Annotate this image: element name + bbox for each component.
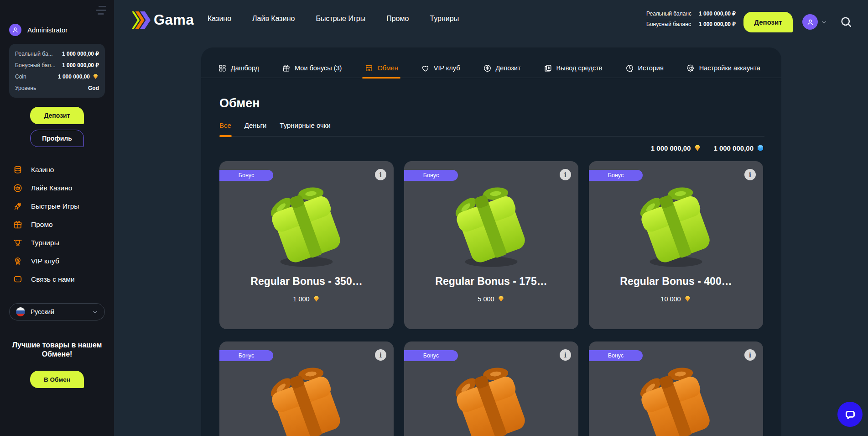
bonus-balance-value: 1 000 000,00 ₽ xyxy=(699,21,736,27)
gama-chevrons-icon xyxy=(131,11,152,30)
bonus-price: 5 000 xyxy=(404,295,578,303)
bonus-card[interactable]: Бонус i xyxy=(404,341,578,436)
bonus-price: 10 000 xyxy=(589,295,763,303)
user-row[interactable]: Administrator xyxy=(9,24,68,36)
tab-withdraw[interactable]: Вывод средств xyxy=(544,58,603,78)
person-icon xyxy=(806,18,815,26)
info-icon[interactable]: i xyxy=(560,349,571,361)
user-avatar xyxy=(9,24,21,36)
dashboard-icon xyxy=(218,64,227,73)
exchange-card-grid: Бонус i Regular Bonus - 350… xyxy=(219,161,781,436)
info-icon[interactable]: i xyxy=(375,169,386,180)
sidebar-item-label: Лайв Казино xyxy=(31,184,72,192)
coins-stack-icon xyxy=(13,165,23,175)
real-balance-row: Реальный ба... 1 000 000,00 ₽ xyxy=(15,48,99,59)
orange-gem-icon xyxy=(92,73,99,80)
info-icon[interactable]: i xyxy=(744,349,756,361)
header-deposit-button[interactable]: Депозит xyxy=(743,12,793,32)
language-selector[interactable]: Русский xyxy=(9,303,105,320)
real-balance-value: 1 000 000,00 ₽ xyxy=(62,51,99,57)
bonus-card[interactable]: Бонус i Regular Bonus - 350… xyxy=(219,161,394,329)
sidebar-item-label: Промо xyxy=(31,221,53,229)
sidebar-item-tournaments[interactable]: Турниры xyxy=(0,234,114,252)
header-balances: Реальный баланс 1 000 000,00 ₽ Бонусный … xyxy=(646,9,736,29)
sidebar-profile-button[interactable]: Профиль xyxy=(30,130,84,147)
tab-label: Вывод средств xyxy=(556,64,603,72)
tab-label: Обмен xyxy=(377,64,398,72)
app-page: Administrator Реальный ба... 1 000 000,0… xyxy=(0,0,868,436)
trophy-icon xyxy=(13,238,23,248)
rocket-icon xyxy=(13,201,23,211)
tab-vip-club[interactable]: VIP клуб xyxy=(421,58,460,78)
top-nav: Казино Лайв Казино Быстрые Игры Промо Ту… xyxy=(208,15,459,23)
subtab-all[interactable]: Все xyxy=(219,121,231,136)
sidebar-item-contact-us[interactable]: Связь с нами xyxy=(0,270,114,289)
bonus-card[interactable]: Бонус i xyxy=(589,341,763,436)
sidebar-item-casino[interactable]: Казино xyxy=(0,161,114,179)
sidebar-item-label: Связь с нами xyxy=(31,275,75,284)
user-name: Administrator xyxy=(27,26,68,34)
tab-label: Мои бонусы (3) xyxy=(295,64,342,72)
profile-menu-button[interactable] xyxy=(802,14,818,30)
bonus-balance-label: Бонусный бал... xyxy=(15,62,56,68)
sidebar-item-fast-games[interactable]: Быстрые Игры xyxy=(0,197,114,215)
bonus-title: Regular Bonus - 400… xyxy=(589,275,763,288)
tab-history[interactable]: История xyxy=(625,58,664,78)
live-chat-button[interactable] xyxy=(837,402,863,427)
tab-label: VIP клуб xyxy=(434,64,460,72)
sidebar-nav: Казино Лайв Казино Быстрые Игры xyxy=(0,161,114,289)
coin-balance: 1 000 000,00 xyxy=(651,144,702,152)
tab-my-bonuses[interactable]: Мои бонусы (3) xyxy=(282,58,342,78)
subtab-tournament-points[interactable]: Турнирные очки xyxy=(280,121,330,136)
gama-logo[interactable]: Gama xyxy=(131,11,194,30)
gift-icon xyxy=(13,220,23,230)
account-panel: Дашборд Мои бонусы (3) Обмен xyxy=(201,47,781,436)
search-icon[interactable] xyxy=(839,15,853,29)
top-nav-fast-games[interactable]: Быстрые Игры xyxy=(316,15,365,23)
person-icon xyxy=(11,26,19,34)
bonus-card[interactable]: Бонус i Regular Bonus - 175… xyxy=(404,161,578,329)
tab-deposit[interactable]: Депозит xyxy=(483,58,521,78)
orange-gem-icon xyxy=(684,295,691,303)
tab-account-settings[interactable]: Настройки аккаунта xyxy=(686,58,760,78)
tab-label: Депозит xyxy=(496,64,521,72)
sidebar-item-live-casino[interactable]: Лайв Казино xyxy=(0,179,114,197)
bonus-balance-row: Бонусный бал... 1 000 000,00 ₽ xyxy=(15,59,99,71)
top-nav-live-casino[interactable]: Лайв Казино xyxy=(252,15,295,23)
to-exchange-button[interactable]: В Обмен xyxy=(30,371,84,388)
gear-icon xyxy=(686,64,695,73)
tab-exchange[interactable]: Обмен xyxy=(364,58,398,78)
page-title: Обмен xyxy=(219,96,781,110)
language-label: Русский xyxy=(31,308,87,315)
coin-balance-value: 1 000 000,00 xyxy=(58,73,99,80)
level-row: Уровень God xyxy=(15,82,99,94)
chevron-down-icon[interactable] xyxy=(821,19,827,25)
level-label: Уровень xyxy=(15,85,36,91)
info-icon[interactable]: i xyxy=(560,169,571,180)
subtab-money[interactable]: Деньги xyxy=(244,121,266,136)
heart-icon xyxy=(421,64,430,73)
info-icon[interactable]: i xyxy=(744,169,756,180)
menu-toggle-icon[interactable] xyxy=(96,6,107,16)
real-balance-label: Реальный ба... xyxy=(15,51,53,57)
bonus-card[interactable]: Бонус i Regular Bonus - 400… xyxy=(589,161,763,329)
sidebar-item-promo[interactable]: Промо xyxy=(0,215,114,234)
top-nav-tournaments[interactable]: Турниры xyxy=(430,15,459,23)
points-balance: 1 000 000,00 xyxy=(713,144,764,152)
crown-circle-icon xyxy=(13,183,23,193)
sidebar-item-vip-club[interactable]: VIP клуб xyxy=(0,252,114,270)
real-balance-label: Реальный баланс xyxy=(646,11,691,17)
history-clock-icon xyxy=(625,64,634,73)
withdraw-document-icon xyxy=(544,64,552,73)
sidebar-deposit-button[interactable]: Депозит xyxy=(30,107,84,124)
sidebar-promo-title: Лучшие товары в нашем Обмене! xyxy=(5,341,109,359)
top-nav-casino[interactable]: Казино xyxy=(208,15,231,23)
top-nav-promo[interactable]: Промо xyxy=(386,15,409,23)
bonus-card[interactable]: Бонус i xyxy=(219,341,394,436)
info-icon[interactable]: i xyxy=(375,349,386,361)
orange-gem-icon xyxy=(312,295,320,303)
orange-gift-image xyxy=(629,360,723,436)
chat-bubble-icon xyxy=(844,408,857,421)
tab-dashboard[interactable]: Дашборд xyxy=(218,58,259,78)
sidebar-item-label: VIP клуб xyxy=(31,257,59,265)
